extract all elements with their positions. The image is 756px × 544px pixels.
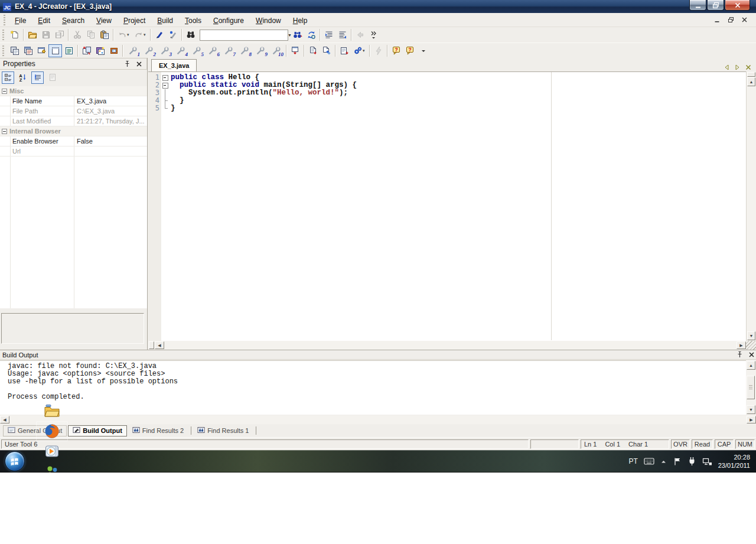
fold-marker-minus[interactable] (161, 74, 170, 82)
property-row[interactable]: Enable BrowserFalse (0, 136, 147, 146)
start-button[interactable] (5, 451, 25, 471)
clock[interactable]: 20:28 23/01/2011 (718, 453, 750, 470)
menu-tools[interactable]: Tools (179, 14, 207, 27)
overflow-chevron-icon[interactable] (367, 28, 380, 41)
scroll-left-icon[interactable]: ◀ (0, 416, 9, 424)
show-hidden-icons-icon[interactable] (660, 458, 667, 465)
menu-help[interactable]: Help (287, 14, 314, 27)
close-panel-icon[interactable] (747, 350, 756, 359)
language-indicator[interactable]: PT (628, 457, 637, 465)
editor-vertical-scrollbar[interactable]: ▲ ▼ (746, 71, 756, 341)
keyboard-icon[interactable] (644, 457, 654, 465)
taskbar-media-player-icon[interactable] (36, 441, 68, 461)
find-combobox[interactable]: ▼ (200, 30, 288, 41)
fold-marker-end[interactable] (161, 105, 170, 112)
view-editor-icon[interactable] (48, 44, 62, 57)
user-tool-icon-3[interactable]: 3 (157, 44, 172, 57)
network-icon[interactable] (702, 457, 712, 466)
view-output-icon[interactable] (8, 44, 21, 57)
code-line[interactable]: } (171, 97, 746, 105)
editor-horizontal-scrollbar[interactable]: ◀ ▶ (148, 341, 746, 350)
menu-search[interactable]: Search (56, 14, 90, 27)
scroll-down-icon[interactable]: ▼ (747, 405, 755, 414)
resize-gripper[interactable] (746, 341, 756, 350)
project-settings-icon[interactable] (107, 44, 120, 57)
restore-button[interactable] (707, 0, 724, 11)
menu-project[interactable]: Project (118, 14, 151, 27)
menu-file[interactable]: File (9, 14, 32, 27)
user-tool-icon-10[interactable]: 10 (268, 44, 284, 57)
user-tool-icon-2[interactable]: 2 (141, 44, 157, 57)
format-icon[interactable] (335, 28, 349, 41)
property-row[interactable]: Last Modified21:21:27, Thursday, J... (0, 116, 147, 126)
menu-window[interactable]: Window (250, 14, 287, 27)
scroll-up-icon[interactable]: ▲ (747, 77, 755, 86)
toolbar2-grip[interactable] (2, 45, 4, 56)
action-center-flag-icon[interactable] (673, 457, 682, 466)
error-flag-icon[interactable] (152, 28, 166, 41)
search-input[interactable] (200, 31, 288, 40)
fold-marker-tee[interactable] (161, 97, 170, 105)
code-line[interactable]: } (171, 105, 746, 112)
compile-project-icon[interactable] (288, 44, 302, 57)
collapse-icon[interactable] (2, 89, 7, 94)
scroll-right-icon[interactable]: ▶ (737, 341, 746, 349)
run-file-icon[interactable] (320, 44, 333, 57)
help-icon[interactable]: ? (403, 44, 416, 57)
editor-hsplit-handle[interactable] (149, 341, 154, 349)
power-plug-icon[interactable] (687, 457, 696, 466)
fold-marker-minus[interactable] (161, 82, 170, 89)
tab-find-results-1[interactable]: Find Results 1 (193, 425, 253, 436)
user-tool-icon-8[interactable]: 8 (236, 44, 252, 57)
code-text[interactable]: public class Hello { public static void … (170, 72, 746, 341)
taskbar-messenger-icon[interactable] (36, 461, 68, 473)
find-in-files-icon[interactable] (291, 28, 304, 41)
property-value[interactable]: False (74, 138, 147, 145)
runtime-config-icon[interactable] (351, 44, 364, 57)
taskbar-firefox-icon[interactable] (36, 421, 68, 441)
open-file-icon[interactable] (25, 28, 39, 41)
tab-build-output[interactable]: Build Output (68, 425, 127, 436)
fold-marker-line[interactable] (161, 89, 170, 97)
compile-file-icon[interactable] (306, 44, 320, 57)
overflow-down-icon[interactable] (416, 44, 430, 57)
project-new-icon[interactable] (93, 44, 107, 57)
pin-icon[interactable] (735, 350, 744, 359)
build-output-text-area[interactable]: javac: file not found: C:\EX_3.javaUsage… (0, 360, 746, 415)
property-value[interactable]: C:\EX_3.java (74, 108, 147, 115)
project-add-file-icon[interactable] (80, 44, 93, 57)
code-folding-margin[interactable] (161, 72, 170, 341)
scroll-right-icon[interactable]: ▶ (747, 416, 756, 424)
build-run-icon[interactable] (337, 44, 351, 57)
prop-list-icon[interactable] (31, 71, 44, 84)
property-section[interactable]: Internal Browser (0, 126, 147, 136)
marker-pen-icon[interactable] (166, 28, 180, 41)
find-icon[interactable] (184, 28, 197, 41)
scroll-left-icon[interactable]: ◀ (155, 341, 164, 349)
collapse-icon[interactable] (2, 129, 7, 134)
toolbar1-grip[interactable] (2, 30, 4, 40)
code-editor[interactable]: 12345 public class Hello { public static… (148, 71, 746, 341)
mdi-close-button[interactable] (738, 15, 750, 24)
scrollbar-thumb[interactable] (747, 376, 755, 399)
property-value[interactable]: EX_3.java (74, 97, 147, 105)
close-button[interactable] (725, 0, 750, 11)
menu-grip[interactable] (4, 15, 5, 25)
menu-edit[interactable]: Edit (32, 14, 56, 27)
indent-icon[interactable] (322, 28, 335, 41)
view-list-icon[interactable] (62, 44, 76, 57)
editor-split-handle[interactable] (747, 72, 755, 77)
view-project-icon[interactable] (35, 44, 48, 57)
close-panel-icon[interactable] (134, 60, 144, 69)
prop-categorized-icon[interactable] (2, 71, 14, 84)
new-document-icon[interactable] (8, 28, 21, 41)
tab-find-results-2[interactable]: Find Results 2 (128, 425, 188, 436)
minimize-button[interactable] (689, 0, 706, 11)
output-horizontal-scrollbar[interactable]: ◀ ▶ (0, 415, 756, 424)
property-row[interactable]: File NameEX_3.java (0, 96, 147, 106)
menu-view[interactable]: View (90, 14, 118, 27)
menu-build[interactable]: Build (151, 14, 179, 27)
property-section[interactable]: Misc (0, 86, 147, 96)
property-row[interactable]: Url (0, 146, 147, 157)
mdi-minimize-button[interactable] (711, 15, 723, 24)
